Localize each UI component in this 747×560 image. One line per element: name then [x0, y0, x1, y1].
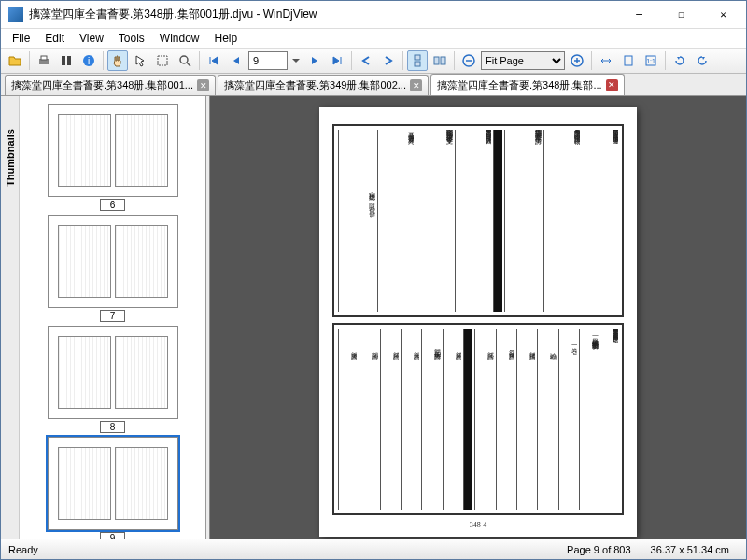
menu-help[interactable]: Help: [207, 30, 246, 47]
thumbnail-image: [48, 104, 178, 197]
thumbnail[interactable]: 6: [48, 104, 178, 211]
print-icon[interactable]: [34, 50, 54, 71]
svg-rect-3: [67, 56, 71, 65]
page-bottom-block: 欽定四庫全書薈要巻萬二千九百七十八 集部 聖祖仁皇帝 御製文集總目一 巻一 勅諭…: [332, 323, 624, 516]
tab-label: 摛藻堂四庫全書薈要.第348册.集部...: [437, 78, 602, 92]
tab-close-icon[interactable]: ✕: [606, 79, 618, 91]
binding-marker: [493, 130, 502, 312]
tabbar: 摛藻堂四庫全書薈要.第348册.集部001...✕摛藻堂四庫全書薈要.第349册…: [1, 74, 746, 96]
status-ready: Ready: [8, 544, 557, 555]
svg-line-8: [187, 63, 190, 66]
svg-point-7: [180, 56, 188, 63]
svg-rect-12: [441, 57, 445, 64]
menu-view[interactable]: View: [72, 30, 111, 47]
zoom-out-icon[interactable]: [458, 50, 479, 71]
text-column: 文集今復未復幾列刊乾隆四十一年戊月恭錄列上: [416, 130, 453, 312]
svg-text:1:1: 1:1: [646, 58, 655, 64]
page-input[interactable]: [248, 51, 288, 70]
menu-edit[interactable]: Edit: [37, 30, 72, 47]
continuous-layout-icon[interactable]: [407, 50, 428, 71]
thumbnail[interactable]: 9: [48, 437, 178, 539]
close-button[interactable]: ✕: [702, 1, 744, 28]
sidebar-tab[interactable]: Thumbnails: [1, 96, 20, 539]
document-tab[interactable]: 摛藻堂四庫全書薈要.第348册.集部...✕: [430, 74, 625, 95]
tab-close-icon[interactable]: ✕: [197, 79, 209, 91]
menu-file[interactable]: File: [5, 30, 37, 47]
text-column: 聖祖仁皇帝 御製文集總目一: [579, 329, 598, 511]
svg-rect-2: [62, 56, 65, 65]
text-column: 諭六部: [401, 329, 419, 511]
thumbnail-number: 9: [100, 532, 126, 539]
last-page-icon[interactable]: [327, 50, 347, 71]
thumbnail[interactable]: 8: [48, 326, 178, 433]
page-dropdown-icon[interactable]: [289, 50, 303, 71]
text-column: 諭吏兵刑三部: [421, 329, 440, 511]
text-column: 物諭至古今體詩為門本十有六為巻都一百七十: [543, 130, 581, 312]
thumbnail-list[interactable]: 6789: [20, 96, 205, 539]
minimize-button[interactable]: ─: [618, 1, 660, 28]
sidebar-tab-label: Thumbnails: [5, 129, 16, 187]
select-tool-icon[interactable]: [130, 50, 150, 71]
thumbnail[interactable]: 7: [48, 215, 178, 322]
maximize-button[interactable]: ☐: [660, 1, 702, 28]
text-column: 臣等編錄恭進學士臣方苞恭校刊自: [582, 130, 618, 312]
thumbnail-image: [48, 215, 178, 308]
thumbnail-image: [48, 437, 178, 530]
text-column: 六數謹歸録刊部臣已為古今等等校刊所載列: [455, 130, 492, 312]
status-page: Page 9 of 803: [557, 544, 641, 555]
prev-page-icon[interactable]: [226, 50, 247, 71]
hand-tool-icon[interactable]: [107, 50, 128, 71]
text-column: 諭兵部: [474, 329, 493, 511]
titlebar: 摛藻堂四庫全書薈要.第348册.集部001册.djvu - WinDjView …: [1, 1, 746, 29]
actual-size-icon[interactable]: 1:1: [641, 50, 661, 71]
text-column: 欽定四庫全書薈要巻萬二千九百七十八 集部: [600, 329, 618, 511]
svg-rect-16: [625, 56, 632, 65]
thumbnail-number: 8: [100, 421, 126, 433]
svg-rect-11: [434, 57, 439, 64]
page-viewer[interactable]: 臣等編錄恭進學士臣方苞恭校刊自物諭至古今體詩為門本十有六為巻都一百七十詩集二十八…: [210, 96, 746, 539]
text-column: 諭吏部: [338, 329, 357, 511]
text-column: 詩集二十八巻御製詩先已久刊為集都又有百七: [504, 130, 542, 312]
first-page-icon[interactable]: [204, 50, 224, 71]
window-title: 摛藻堂四庫全書薈要.第348册.集部001册.djvu - WinDjView: [29, 7, 618, 22]
facing-layout-icon[interactable]: [430, 50, 450, 71]
text-column: 諭禮部: [516, 329, 535, 511]
thumbnail-image: [48, 326, 178, 419]
text-column: 勅諭: [537, 329, 556, 511]
window-controls: ─ ☐ ✕: [618, 1, 744, 28]
magnify-tool-icon[interactable]: [175, 50, 195, 71]
workspace: Thumbnails 6789 臣等編錄恭進學士臣方苞恭校刊自物諭至古今體詩為門…: [1, 96, 746, 539]
sidebar: Thumbnails 6789: [1, 96, 206, 539]
binding-marker: [463, 329, 472, 511]
marquee-tool-icon[interactable]: [152, 50, 173, 71]
next-page-icon[interactable]: [304, 50, 325, 71]
forward-icon[interactable]: [378, 50, 399, 71]
text-column: 諭刑部: [359, 329, 377, 511]
svg-text:i: i: [88, 56, 90, 66]
svg-rect-1: [41, 56, 47, 60]
zoom-select[interactable]: Fit Page: [481, 51, 565, 70]
document-tab[interactable]: 摛藻堂四庫全書薈要.第349册.集部002...✕: [218, 75, 429, 95]
zoom-in-icon[interactable]: [567, 50, 587, 71]
fit-page-icon[interactable]: [618, 50, 639, 71]
thumbnail-number: 6: [100, 199, 126, 211]
open-icon[interactable]: [5, 50, 25, 71]
menu-tools[interactable]: Tools: [111, 30, 152, 47]
find-icon[interactable]: [56, 50, 77, 71]
document-tab[interactable]: 摛藻堂四庫全書薈要.第348册.集部001...✕: [5, 75, 216, 95]
rotate-right-icon[interactable]: [692, 50, 712, 71]
menubar: FileEditViewToolsWindowHelp: [1, 29, 746, 48]
fit-width-icon[interactable]: [596, 50, 616, 71]
text-column: 總校官 隨 費 墀: [338, 130, 375, 312]
document-page: 臣等編錄恭進學士臣方苞恭校刊自物諭至古今體詩為門本十有六為巻都一百七十詩集二十八…: [319, 107, 637, 537]
tab-close-icon[interactable]: ✕: [410, 79, 422, 91]
back-icon[interactable]: [356, 50, 376, 71]
svg-rect-6: [158, 56, 167, 65]
statusbar: Ready Page 9 of 803 36.37 x 51.34 cm: [1, 539, 746, 559]
info-icon[interactable]: i: [78, 50, 99, 71]
rotate-left-icon[interactable]: [669, 50, 690, 71]
menu-window[interactable]: Window: [152, 30, 207, 47]
text-column: 凡成次復雅云耳: [377, 130, 415, 312]
page-number-label: 348-4: [332, 521, 624, 529]
svg-rect-9: [415, 55, 420, 60]
